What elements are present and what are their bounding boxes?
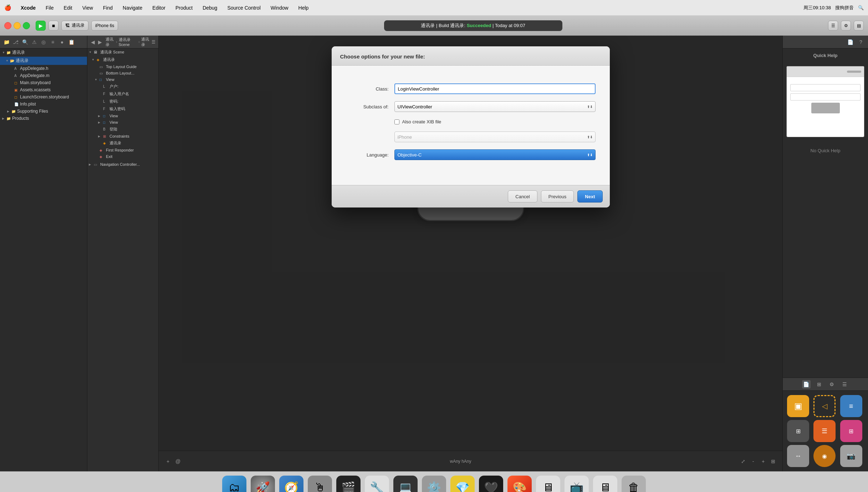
breakpoint-icon[interactable]: ● <box>58 39 66 46</box>
zoom-in-btn[interactable]: + <box>760 458 767 465</box>
tab-bar-vc-object[interactable]: ☰ <box>813 420 836 442</box>
dock-mouse[interactable]: 🖱 <box>308 476 332 492</box>
menu-icon[interactable]: ☰ <box>152 40 155 45</box>
subclass-select[interactable]: UIViewController UITableViewController U… <box>394 101 596 112</box>
nav-icon[interactable]: ≡ <box>49 39 56 46</box>
scene-item-nav-controller[interactable]: ▶ ▭ Navigation Controller... <box>87 161 158 168</box>
sidebar-item-main-storyboard[interactable]: ◻ Main.storyboard <box>0 79 87 86</box>
dock-trash[interactable]: 🗑 <box>622 476 646 492</box>
search-icon[interactable]: 🔍 <box>858 5 864 10</box>
add-file-btn[interactable]: + <box>164 458 172 465</box>
scene-item-first-responder[interactable]: ◈ First Responder <box>87 147 158 153</box>
dock-safari[interactable]: 🧭 <box>279 476 303 492</box>
split-vc-object[interactable]: ⊞ <box>840 420 862 442</box>
close-button[interactable] <box>4 22 11 29</box>
menu-product[interactable]: Product <box>173 4 195 11</box>
show-settings-icon[interactable]: ⚙ <box>828 380 836 389</box>
dock-screenflow[interactable]: 🎨 <box>507 476 532 492</box>
zoom-fit-btn[interactable]: ⤢ <box>740 458 747 465</box>
menu-source-control[interactable]: Source Control <box>225 4 262 11</box>
menu-debug[interactable]: Debug <box>200 4 219 11</box>
menu-editor[interactable]: Editor <box>150 4 168 11</box>
dock-sysprefs[interactable]: ⚙️ <box>422 476 446 492</box>
warning-icon[interactable]: ⚠ <box>31 39 38 46</box>
folder-icon[interactable]: 📁 <box>3 39 10 46</box>
scene-item-top-layout[interactable]: ▭ Top Layout Guide <box>87 63 158 70</box>
report-icon[interactable]: 📋 <box>68 39 75 46</box>
table-vc-object[interactable]: ≡ <box>840 395 862 417</box>
sidebar-item-project[interactable]: ▼ 📁 通讯录 <box>0 48 87 57</box>
xib-checkbox[interactable] <box>394 119 399 124</box>
dock-display[interactable]: 🖥 <box>593 476 617 492</box>
scene-item-exit[interactable]: ◈ Exit <box>87 153 158 160</box>
forward-nav[interactable]: ▶ <box>97 39 102 46</box>
maximize-button[interactable] <box>23 22 30 29</box>
scene-item-controller[interactable]: ▼ ◈ 通讯录 <box>87 56 158 63</box>
grid-toggle-btn[interactable]: ⊞ <box>770 458 777 465</box>
menu-navigate[interactable]: Navigate <box>121 4 144 11</box>
sidebar-item-group[interactable]: ▼ 📂 通讯录 <box>0 57 87 65</box>
dock-quicktime[interactable]: 🎬 <box>336 476 361 492</box>
scene-item-button[interactable]: B 登陆 <box>87 125 158 133</box>
menu-window[interactable]: Window <box>269 4 291 11</box>
previous-button[interactable]: Previous <box>541 190 574 203</box>
nav-controller-object[interactable]: ◁ <box>813 395 836 417</box>
dock-black-app[interactable]: 🖤 <box>479 476 503 492</box>
sidebar-item-appdelegate-h[interactable]: A AppDelegate.h <box>0 65 87 72</box>
apple-menu[interactable]: 🍎 <box>4 4 11 11</box>
stop-button[interactable]: ■ <box>48 21 58 31</box>
circle-object[interactable]: ◉ <box>813 445 836 467</box>
constraints-btn[interactable]: @ <box>174 458 182 465</box>
navigator-toggle[interactable]: ☰ <box>828 21 838 31</box>
language-select[interactable]: Objective-C Swift <box>394 149 596 160</box>
utilities-toggle[interactable]: ▤ <box>854 21 864 31</box>
dock-screens2[interactable]: 📺 <box>565 476 589 492</box>
run-button[interactable]: ▶ <box>36 21 46 31</box>
iphone-select[interactable]: iPhone iPad Universal <box>394 132 596 142</box>
minimize-button[interactable] <box>14 22 21 29</box>
dock-sketch[interactable]: 💎 <box>450 476 475 492</box>
breadcrumb-project[interactable]: 通讯录 <box>106 37 114 47</box>
sidebar-item-products[interactable]: ▶ 📁 Products <box>0 115 87 122</box>
target-icon[interactable]: ◎ <box>40 39 47 46</box>
collection-vc-object[interactable]: ⊞ <box>787 420 809 442</box>
sidebar-item-appdelegate-m[interactable]: A AppDelegate.m <box>0 72 87 79</box>
menu-input-method[interactable]: 搜狗拼音 <box>835 5 854 11</box>
page-vc-object[interactable]: ↔ <box>787 445 809 467</box>
back-nav[interactable]: ◀ <box>90 39 96 46</box>
scene-item-bottom-layout[interactable]: ▭ Bottom Layout... <box>87 70 158 76</box>
sidebar-item-assets[interactable]: ▣ Assets.xcassets <box>0 86 87 93</box>
scene-item-textfield-pwd[interactable]: F 输入密码 <box>87 105 158 113</box>
show-list-icon[interactable]: ☰ <box>841 380 849 389</box>
debug-toggle[interactable]: ⚙ <box>841 21 851 31</box>
menu-edit[interactable]: Edit <box>62 4 75 11</box>
breadcrumb-view[interactable]: 通讯录 <box>141 37 150 47</box>
sidebar-item-info-plist[interactable]: 📄 Info.plist <box>0 101 87 108</box>
dock-terminal[interactable]: 💻 <box>393 476 418 492</box>
sidebar-item-supporting-files[interactable]: ▶ 📁 Supporting Files <box>0 108 87 115</box>
menu-help[interactable]: Help <box>296 4 311 11</box>
device-selector[interactable]: iPhone 6s <box>91 21 118 31</box>
scene-item-view3[interactable]: ▶ □ View <box>87 119 158 125</box>
breadcrumb-scene[interactable]: 通讯录 Scene <box>119 37 137 47</box>
search-icon[interactable]: 🔍 <box>21 39 29 46</box>
sidebar-item-launchscreen[interactable]: ◻ LaunchScreen.storyboard <box>0 93 87 101</box>
zoom-out-btn[interactable]: - <box>750 458 757 465</box>
show-objects-icon[interactable]: ⊞ <box>815 380 823 389</box>
next-button[interactable]: Next <box>577 190 602 203</box>
scene-item-constraints[interactable]: ▶ ⊞ Constraints <box>87 133 158 139</box>
scene-item-view2[interactable]: ▶ □ View <box>87 113 158 119</box>
scene-item-label-user[interactable]: L 户户: <box>87 83 158 90</box>
dock-xcode-tools[interactable]: 🔧 <box>365 476 389 492</box>
dock-launchpad[interactable]: 🚀 <box>251 476 275 492</box>
scene-item-root[interactable]: ▼ 🏛 通讯录 Scene <box>87 48 158 56</box>
show-file-icon[interactable]: 📄 <box>802 380 811 389</box>
file-inspector-btn[interactable]: 📄 <box>846 38 854 46</box>
menu-find[interactable]: Find <box>101 4 115 11</box>
class-input[interactable] <box>394 83 596 94</box>
dock-screens[interactable]: 🖥 <box>536 476 560 492</box>
menu-view[interactable]: View <box>80 4 95 11</box>
quick-help-btn[interactable]: ? <box>857 38 865 46</box>
menu-xcode[interactable]: Xcode <box>19 4 38 11</box>
menu-file[interactable]: File <box>44 4 56 11</box>
